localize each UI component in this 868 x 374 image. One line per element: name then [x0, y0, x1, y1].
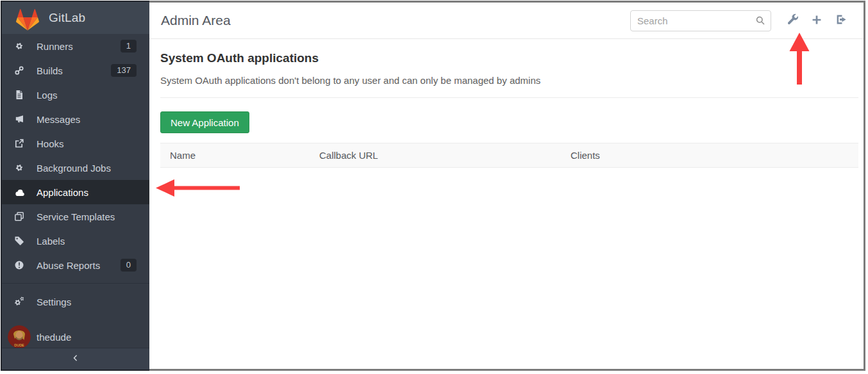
sidebar-item-abuse-reports[interactable]: Abuse Reports 0	[2, 253, 149, 277]
exclamation-circle-icon	[2, 260, 37, 270]
sidebar: GitLab Runners 1 Builds 137	[1, 1, 149, 371]
sidebar-item-settings[interactable]: Settings	[2, 289, 149, 314]
new-application-button[interactable]: New Application	[160, 111, 249, 133]
count-badge: 137	[111, 64, 137, 77]
app-window: GitLab Runners 1 Builds 137	[1, 1, 865, 371]
chevron-left-icon	[71, 354, 80, 364]
sidebar-item-logs[interactable]: Logs	[2, 83, 149, 107]
sidebar-item-labels[interactable]: Labels	[2, 229, 149, 253]
gitlab-home-link[interactable]: GitLab	[2, 2, 149, 34]
count-badge: 1	[121, 40, 137, 53]
main-content: Admin Area	[149, 3, 864, 369]
sidebar-item-label: Logs	[37, 90, 137, 101]
sidebar-item-label: Messages	[37, 114, 137, 125]
sidebar-item-label: Abuse Reports	[37, 260, 121, 271]
section-heading: System OAuth applications	[160, 51, 858, 65]
new-project-plus-button[interactable]	[805, 8, 829, 33]
sidebar-item-label: Runners	[37, 41, 121, 52]
sidebar-item-messages[interactable]: Messages	[2, 107, 149, 131]
section-divider	[160, 97, 858, 98]
cloud-icon	[2, 187, 37, 198]
sidebar-divider	[2, 283, 149, 284]
sign-out-button[interactable]	[829, 8, 853, 33]
copy-icon	[2, 211, 37, 222]
column-header-callback-url: Callback URL	[310, 143, 561, 168]
admin-nav: Runners 1 Builds 137 Logs	[2, 34, 149, 277]
megaphone-icon	[2, 114, 37, 124]
user-name: thedude	[37, 332, 137, 343]
column-header-clients: Clients	[561, 143, 858, 168]
sidebar-item-label: Settings	[37, 297, 137, 307]
sidebar-item-label: Applications	[37, 187, 137, 198]
table-header-row: Name Callback URL Clients	[160, 143, 858, 168]
sidebar-item-background-jobs[interactable]: Background Jobs	[2, 156, 149, 180]
sidebar-item-applications[interactable]: Applications	[2, 180, 149, 204]
sidebar-item-service-templates[interactable]: Service Templates	[2, 204, 149, 229]
gear-icon	[2, 163, 37, 173]
gear-icon	[2, 41, 37, 51]
search-input[interactable]	[630, 10, 771, 31]
sidebar-collapse-button[interactable]	[2, 348, 149, 370]
sidebar-item-label: Builds	[37, 65, 111, 76]
sign-out-icon	[835, 13, 847, 28]
sidebar-item-runners[interactable]: Runners 1	[2, 34, 149, 58]
applications-table: Name Callback URL Clients	[160, 143, 858, 168]
admin-area-wrench-button[interactable]	[780, 8, 805, 33]
section-description: System OAuth applications don't belong t…	[160, 75, 858, 86]
sidebar-item-label: Hooks	[37, 138, 137, 149]
cogs-icon	[2, 296, 37, 307]
user-avatar: DUDE	[2, 325, 37, 348]
count-badge: 0	[121, 259, 137, 272]
top-header-bar: Admin Area	[149, 3, 864, 39]
tag-icon	[2, 236, 37, 246]
sidebar-item-hooks[interactable]: Hooks	[2, 131, 149, 156]
search-box	[630, 10, 771, 31]
sidebar-item-label: Labels	[37, 236, 137, 247]
page-title: Admin Area	[161, 13, 231, 28]
sidebar-item-builds[interactable]: Builds 137	[2, 58, 149, 83]
plus-icon	[811, 14, 822, 28]
wrench-icon	[787, 13, 799, 28]
sidebar-item-label: Background Jobs	[37, 163, 137, 174]
gitlab-tanuki-logo-icon	[16, 8, 39, 31]
oauth-applications-section: System OAuth applications System OAuth a…	[149, 39, 864, 168]
sidebar-item-label: Service Templates	[37, 211, 137, 222]
avatar-caption: DUDE	[14, 343, 24, 347]
chain-link-icon	[2, 65, 37, 76]
brand-name: GitLab	[49, 11, 85, 25]
column-header-name: Name	[160, 143, 310, 168]
external-link-icon	[2, 138, 37, 149]
file-icon	[2, 90, 37, 100]
